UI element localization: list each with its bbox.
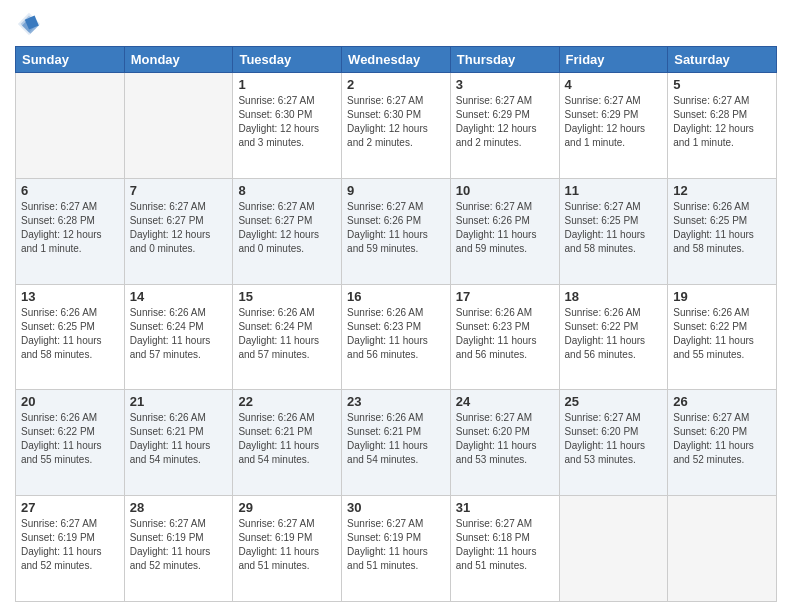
calendar-cell: 14Sunrise: 6:26 AM Sunset: 6:24 PM Dayli… xyxy=(124,284,233,390)
calendar-cell: 19Sunrise: 6:26 AM Sunset: 6:22 PM Dayli… xyxy=(668,284,777,390)
day-number: 19 xyxy=(673,289,771,304)
calendar-cell: 12Sunrise: 6:26 AM Sunset: 6:25 PM Dayli… xyxy=(668,178,777,284)
day-info: Sunrise: 6:27 AM Sunset: 6:19 PM Dayligh… xyxy=(130,517,228,573)
calendar-cell: 6Sunrise: 6:27 AM Sunset: 6:28 PM Daylig… xyxy=(16,178,125,284)
calendar-week-3: 13Sunrise: 6:26 AM Sunset: 6:25 PM Dayli… xyxy=(16,284,777,390)
day-info: Sunrise: 6:27 AM Sunset: 6:20 PM Dayligh… xyxy=(565,411,663,467)
day-info: Sunrise: 6:27 AM Sunset: 6:19 PM Dayligh… xyxy=(347,517,445,573)
calendar-cell: 7Sunrise: 6:27 AM Sunset: 6:27 PM Daylig… xyxy=(124,178,233,284)
day-info: Sunrise: 6:27 AM Sunset: 6:19 PM Dayligh… xyxy=(238,517,336,573)
weekday-header-thursday: Thursday xyxy=(450,47,559,73)
calendar-cell: 4Sunrise: 6:27 AM Sunset: 6:29 PM Daylig… xyxy=(559,73,668,179)
day-info: Sunrise: 6:27 AM Sunset: 6:20 PM Dayligh… xyxy=(456,411,554,467)
day-info: Sunrise: 6:27 AM Sunset: 6:26 PM Dayligh… xyxy=(347,200,445,256)
calendar-cell: 9Sunrise: 6:27 AM Sunset: 6:26 PM Daylig… xyxy=(342,178,451,284)
calendar-body: 1Sunrise: 6:27 AM Sunset: 6:30 PM Daylig… xyxy=(16,73,777,602)
calendar-cell: 22Sunrise: 6:26 AM Sunset: 6:21 PM Dayli… xyxy=(233,390,342,496)
day-number: 24 xyxy=(456,394,554,409)
calendar-cell: 8Sunrise: 6:27 AM Sunset: 6:27 PM Daylig… xyxy=(233,178,342,284)
day-info: Sunrise: 6:26 AM Sunset: 6:22 PM Dayligh… xyxy=(673,306,771,362)
calendar-cell: 15Sunrise: 6:26 AM Sunset: 6:24 PM Dayli… xyxy=(233,284,342,390)
day-info: Sunrise: 6:26 AM Sunset: 6:21 PM Dayligh… xyxy=(130,411,228,467)
calendar-cell: 17Sunrise: 6:26 AM Sunset: 6:23 PM Dayli… xyxy=(450,284,559,390)
day-number: 3 xyxy=(456,77,554,92)
calendar-cell: 20Sunrise: 6:26 AM Sunset: 6:22 PM Dayli… xyxy=(16,390,125,496)
weekday-header-friday: Friday xyxy=(559,47,668,73)
logo xyxy=(15,10,45,38)
weekday-header-saturday: Saturday xyxy=(668,47,777,73)
calendar-cell: 13Sunrise: 6:26 AM Sunset: 6:25 PM Dayli… xyxy=(16,284,125,390)
page: SundayMondayTuesdayWednesdayThursdayFrid… xyxy=(0,0,792,612)
day-number: 23 xyxy=(347,394,445,409)
day-number: 18 xyxy=(565,289,663,304)
weekday-row: SundayMondayTuesdayWednesdayThursdayFrid… xyxy=(16,47,777,73)
day-info: Sunrise: 6:26 AM Sunset: 6:24 PM Dayligh… xyxy=(130,306,228,362)
day-number: 17 xyxy=(456,289,554,304)
day-number: 22 xyxy=(238,394,336,409)
day-number: 15 xyxy=(238,289,336,304)
calendar-cell: 31Sunrise: 6:27 AM Sunset: 6:18 PM Dayli… xyxy=(450,496,559,602)
day-number: 25 xyxy=(565,394,663,409)
calendar-cell: 5Sunrise: 6:27 AM Sunset: 6:28 PM Daylig… xyxy=(668,73,777,179)
calendar-cell: 16Sunrise: 6:26 AM Sunset: 6:23 PM Dayli… xyxy=(342,284,451,390)
calendar-week-4: 20Sunrise: 6:26 AM Sunset: 6:22 PM Dayli… xyxy=(16,390,777,496)
day-number: 4 xyxy=(565,77,663,92)
day-info: Sunrise: 6:26 AM Sunset: 6:21 PM Dayligh… xyxy=(238,411,336,467)
calendar-cell: 25Sunrise: 6:27 AM Sunset: 6:20 PM Dayli… xyxy=(559,390,668,496)
day-info: Sunrise: 6:26 AM Sunset: 6:24 PM Dayligh… xyxy=(238,306,336,362)
day-info: Sunrise: 6:27 AM Sunset: 6:30 PM Dayligh… xyxy=(238,94,336,150)
day-number: 27 xyxy=(21,500,119,515)
day-info: Sunrise: 6:27 AM Sunset: 6:28 PM Dayligh… xyxy=(673,94,771,150)
calendar-week-2: 6Sunrise: 6:27 AM Sunset: 6:28 PM Daylig… xyxy=(16,178,777,284)
day-info: Sunrise: 6:27 AM Sunset: 6:20 PM Dayligh… xyxy=(673,411,771,467)
calendar-cell: 28Sunrise: 6:27 AM Sunset: 6:19 PM Dayli… xyxy=(124,496,233,602)
day-number: 29 xyxy=(238,500,336,515)
day-info: Sunrise: 6:26 AM Sunset: 6:22 PM Dayligh… xyxy=(21,411,119,467)
weekday-header-wednesday: Wednesday xyxy=(342,47,451,73)
header xyxy=(15,10,777,38)
day-number: 28 xyxy=(130,500,228,515)
calendar-cell: 10Sunrise: 6:27 AM Sunset: 6:26 PM Dayli… xyxy=(450,178,559,284)
calendar-cell: 2Sunrise: 6:27 AM Sunset: 6:30 PM Daylig… xyxy=(342,73,451,179)
calendar-cell xyxy=(559,496,668,602)
day-number: 31 xyxy=(456,500,554,515)
day-info: Sunrise: 6:26 AM Sunset: 6:25 PM Dayligh… xyxy=(21,306,119,362)
day-number: 11 xyxy=(565,183,663,198)
day-number: 6 xyxy=(21,183,119,198)
weekday-header-tuesday: Tuesday xyxy=(233,47,342,73)
logo-icon xyxy=(15,10,43,38)
day-number: 8 xyxy=(238,183,336,198)
calendar-cell xyxy=(124,73,233,179)
day-info: Sunrise: 6:26 AM Sunset: 6:23 PM Dayligh… xyxy=(347,306,445,362)
day-number: 20 xyxy=(21,394,119,409)
day-info: Sunrise: 6:27 AM Sunset: 6:27 PM Dayligh… xyxy=(130,200,228,256)
calendar-week-5: 27Sunrise: 6:27 AM Sunset: 6:19 PM Dayli… xyxy=(16,496,777,602)
day-info: Sunrise: 6:27 AM Sunset: 6:29 PM Dayligh… xyxy=(456,94,554,150)
weekday-header-sunday: Sunday xyxy=(16,47,125,73)
day-info: Sunrise: 6:26 AM Sunset: 6:22 PM Dayligh… xyxy=(565,306,663,362)
calendar-cell: 24Sunrise: 6:27 AM Sunset: 6:20 PM Dayli… xyxy=(450,390,559,496)
day-info: Sunrise: 6:27 AM Sunset: 6:29 PM Dayligh… xyxy=(565,94,663,150)
calendar-cell: 21Sunrise: 6:26 AM Sunset: 6:21 PM Dayli… xyxy=(124,390,233,496)
day-number: 14 xyxy=(130,289,228,304)
day-info: Sunrise: 6:27 AM Sunset: 6:30 PM Dayligh… xyxy=(347,94,445,150)
day-number: 12 xyxy=(673,183,771,198)
day-info: Sunrise: 6:26 AM Sunset: 6:23 PM Dayligh… xyxy=(456,306,554,362)
calendar-cell xyxy=(668,496,777,602)
calendar-cell: 3Sunrise: 6:27 AM Sunset: 6:29 PM Daylig… xyxy=(450,73,559,179)
weekday-header-monday: Monday xyxy=(124,47,233,73)
day-number: 9 xyxy=(347,183,445,198)
day-number: 5 xyxy=(673,77,771,92)
day-info: Sunrise: 6:26 AM Sunset: 6:21 PM Dayligh… xyxy=(347,411,445,467)
calendar-header: SundayMondayTuesdayWednesdayThursdayFrid… xyxy=(16,47,777,73)
day-info: Sunrise: 6:27 AM Sunset: 6:18 PM Dayligh… xyxy=(456,517,554,573)
calendar: SundayMondayTuesdayWednesdayThursdayFrid… xyxy=(15,46,777,602)
day-info: Sunrise: 6:27 AM Sunset: 6:19 PM Dayligh… xyxy=(21,517,119,573)
day-info: Sunrise: 6:27 AM Sunset: 6:28 PM Dayligh… xyxy=(21,200,119,256)
day-info: Sunrise: 6:26 AM Sunset: 6:25 PM Dayligh… xyxy=(673,200,771,256)
day-number: 30 xyxy=(347,500,445,515)
day-info: Sunrise: 6:27 AM Sunset: 6:26 PM Dayligh… xyxy=(456,200,554,256)
calendar-cell: 27Sunrise: 6:27 AM Sunset: 6:19 PM Dayli… xyxy=(16,496,125,602)
day-info: Sunrise: 6:27 AM Sunset: 6:27 PM Dayligh… xyxy=(238,200,336,256)
calendar-cell: 11Sunrise: 6:27 AM Sunset: 6:25 PM Dayli… xyxy=(559,178,668,284)
